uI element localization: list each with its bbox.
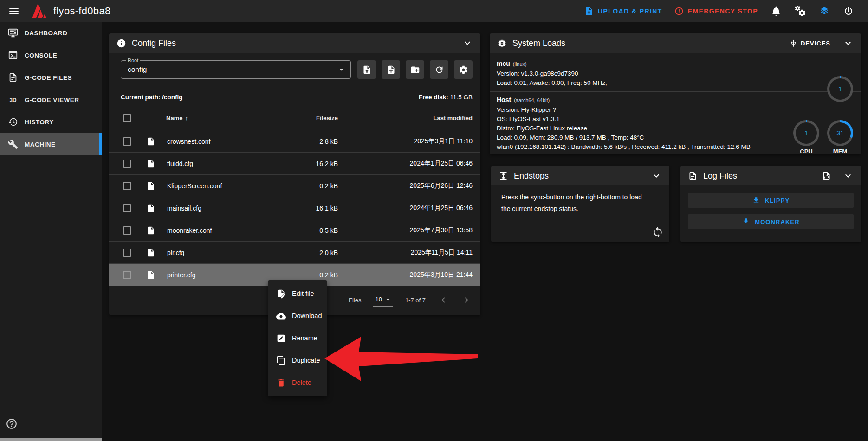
endstops-sync-button[interactable] xyxy=(652,226,664,238)
settings-button[interactable] xyxy=(794,5,806,17)
log-button-label: MOONRAKER xyxy=(755,218,800,225)
system-loads-header: System Loads DEVICES xyxy=(490,33,861,53)
sidebar-item-machine[interactable]: MACHINE xyxy=(0,133,102,155)
context-menu-item-label: Duplicate xyxy=(292,357,320,364)
upload-print-icon xyxy=(584,6,594,16)
row-checkbox[interactable] xyxy=(123,226,131,235)
power-button[interactable] xyxy=(842,5,855,17)
table-row[interactable]: mainsail.cfg16.1 kB2024年1月25日 06:46 xyxy=(109,197,480,219)
log-files-collapse-button[interactable] xyxy=(842,170,854,181)
select-all-checkbox[interactable] xyxy=(123,114,131,122)
log-files-card: Log Files KLIPPYMOONRAKER xyxy=(680,166,861,242)
table-row[interactable]: moonraker.conf0.5 kB2025年7月30日 13:58 xyxy=(109,219,480,242)
pagination-files-label: Files xyxy=(349,297,361,304)
column-header-filesize[interactable]: Filesize xyxy=(268,115,338,121)
layers-button[interactable] xyxy=(818,5,830,17)
file-modified-cell: 2025年7月30日 13:58 xyxy=(338,226,473,235)
table-row[interactable]: KlipperScreen.conf0.2 kB2025年6月26日 12:46 xyxy=(109,175,480,197)
divider xyxy=(490,91,861,92)
power-icon xyxy=(843,6,854,17)
row-checkbox[interactable] xyxy=(123,271,131,279)
file-size-cell: 2.8 kB xyxy=(268,138,338,145)
system-loads-body: mcu(linux) Version: v1.3.0-ga98c9d7390Lo… xyxy=(490,53,861,152)
sidebar-item-console[interactable]: CONSOLE xyxy=(0,44,102,66)
sidebar-item-g-code-files[interactable]: G-CODE FILES xyxy=(0,66,102,89)
row-checkbox[interactable] xyxy=(123,137,131,146)
per-page-select[interactable]: 10 xyxy=(373,294,393,307)
chevron-left-icon xyxy=(438,294,449,306)
hamburger-icon xyxy=(8,5,20,17)
settings-gears-icon xyxy=(795,6,806,17)
context-menu-item-download[interactable]: Download xyxy=(268,305,327,327)
help-icon xyxy=(6,418,18,430)
sidebar-item-g-code-viewer[interactable]: 3DG-CODE VIEWER xyxy=(0,89,102,111)
devices-button[interactable]: DEVICES xyxy=(790,39,830,47)
sidebar-item-dashboard[interactable]: DASHBOARD xyxy=(0,22,102,44)
column-header-last-modified[interactable]: Last modified xyxy=(338,115,473,121)
file-name-cell: plr.cfg xyxy=(166,249,268,256)
mem-gauge-label: MEM xyxy=(827,148,853,155)
previous-page-button[interactable] xyxy=(438,294,449,306)
table-row[interactable]: crowsnest.conf2.8 kB2025年3月1日 11:10 xyxy=(109,130,480,153)
root-select-label: Root xyxy=(126,58,140,63)
app-root: flyos-fd0ba8 UPLOAD & PRINT EMERGENCY ST… xyxy=(0,0,868,441)
cog-icon xyxy=(459,65,468,75)
table-row[interactable]: plr.cfg2.0 kB2025年11月5日 14:11 xyxy=(109,242,480,264)
menu-down-icon xyxy=(337,64,347,75)
file-edit-icon xyxy=(276,289,286,299)
file-icon xyxy=(146,226,155,235)
context-menu-item-rename[interactable]: Rename xyxy=(268,327,327,349)
system-loads-collapse-button[interactable] xyxy=(842,38,854,49)
row-checkbox[interactable] xyxy=(123,160,131,168)
log-rollover-button[interactable] xyxy=(822,171,831,181)
file-plus-button[interactable] xyxy=(382,60,400,79)
config-files-header: Config Files xyxy=(109,33,480,53)
next-page-button[interactable] xyxy=(461,294,472,306)
menu-icon[interactable] xyxy=(8,5,20,17)
dashboard-icon xyxy=(8,28,18,38)
mem-gauge: 31 xyxy=(827,120,853,146)
sort-up-icon: ↑ xyxy=(185,115,188,121)
endstops-collapse-button[interactable] xyxy=(651,170,662,181)
context-menu-item-edit-file[interactable]: Edit file xyxy=(268,282,327,305)
usb-icon xyxy=(790,39,797,47)
help-button[interactable] xyxy=(6,418,18,430)
delete-icon xyxy=(276,378,286,388)
system-info-line: Load: 0.01, Awake: 0.00, Freq: 50 MHz, xyxy=(497,78,854,88)
sidebar-item-label: G-CODE VIEWER xyxy=(25,96,79,103)
download-klippy-log-button[interactable]: KLIPPY xyxy=(688,193,854,208)
current-path: Current path: /config xyxy=(121,94,183,101)
mcu-title: mcu(linux) xyxy=(497,60,854,69)
file-icon xyxy=(146,248,155,257)
file-name-cell: fluidd.cfg xyxy=(166,160,268,167)
row-checkbox[interactable] xyxy=(123,204,131,212)
refresh-button[interactable] xyxy=(430,60,448,79)
config-files-collapse-button[interactable] xyxy=(462,38,473,49)
app-logo-icon xyxy=(29,3,47,19)
chevron-down-icon xyxy=(842,170,854,181)
file-size-cell: 16.2 kB xyxy=(268,160,338,167)
context-menu-item-duplicate[interactable]: Duplicate xyxy=(268,349,327,371)
notifications-button[interactable] xyxy=(770,5,782,17)
cpu-gauge-label: CPU xyxy=(793,148,819,155)
table-row[interactable]: fluidd.cfg16.2 kB2024年1月25日 06:46 xyxy=(109,153,480,175)
file-upload-button[interactable] xyxy=(357,60,376,79)
cog-button[interactable] xyxy=(454,60,473,79)
root-select[interactable]: Root config xyxy=(121,60,351,79)
row-checkbox[interactable] xyxy=(123,249,131,257)
log-files-title: Log Files xyxy=(703,171,737,181)
sidebar-item-history[interactable]: HISTORY xyxy=(0,111,102,133)
file-table-body: crowsnest.conf2.8 kB2025年3月1日 11:10fluid… xyxy=(109,130,480,286)
root-select-value: config xyxy=(128,65,147,74)
column-header-name[interactable]: Name↑ xyxy=(166,115,268,121)
chevron-down-icon xyxy=(651,170,662,181)
mcu-gauge: 1 xyxy=(827,76,853,102)
download-moonraker-log-button[interactable]: MOONRAKER xyxy=(688,214,854,229)
horizontal-scrollbar[interactable] xyxy=(0,438,102,441)
folder-plus-button[interactable] xyxy=(406,60,424,79)
context-menu-item-delete[interactable]: Delete xyxy=(268,371,327,394)
upload-print-button[interactable]: UPLOAD & PRINT xyxy=(584,6,662,16)
row-checkbox[interactable] xyxy=(123,182,131,190)
emergency-stop-button[interactable]: EMERGENCY STOP xyxy=(674,6,758,16)
file-size-cell: 0.2 kB xyxy=(268,271,338,279)
